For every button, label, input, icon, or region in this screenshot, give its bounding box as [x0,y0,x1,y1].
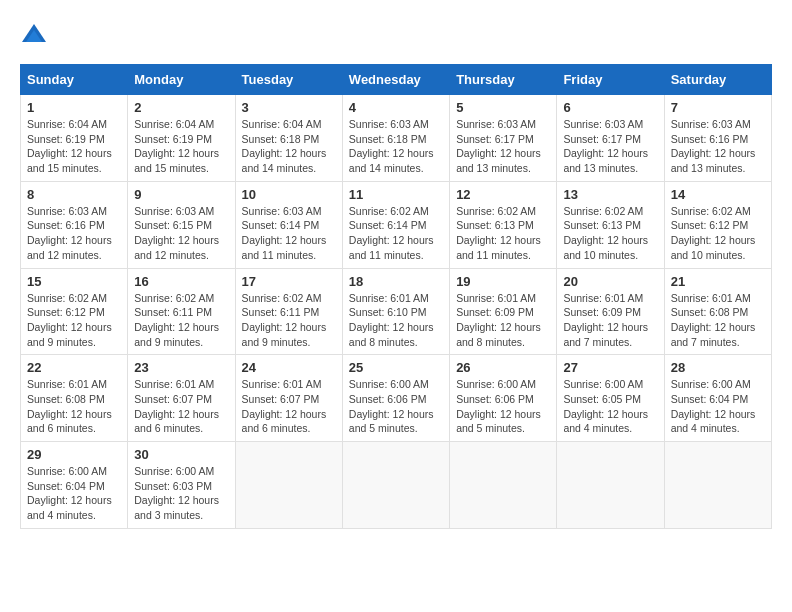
calendar-cell: 20Sunrise: 6:01 AMSunset: 6:09 PMDayligh… [557,268,664,355]
day-info: Sunrise: 6:01 AMSunset: 6:10 PMDaylight:… [349,291,443,350]
day-info: Sunrise: 6:01 AMSunset: 6:08 PMDaylight:… [27,377,121,436]
calendar-cell: 24Sunrise: 6:01 AMSunset: 6:07 PMDayligh… [235,355,342,442]
day-info: Sunrise: 6:03 AMSunset: 6:17 PMDaylight:… [456,117,550,176]
day-info: Sunrise: 6:01 AMSunset: 6:08 PMDaylight:… [671,291,765,350]
calendar-cell: 27Sunrise: 6:00 AMSunset: 6:05 PMDayligh… [557,355,664,442]
day-number: 3 [242,100,336,115]
weekday-header-row: SundayMondayTuesdayWednesdayThursdayFrid… [21,65,772,95]
day-number: 30 [134,447,228,462]
calendar-cell: 7Sunrise: 6:03 AMSunset: 6:16 PMDaylight… [664,95,771,182]
calendar-cell: 17Sunrise: 6:02 AMSunset: 6:11 PMDayligh… [235,268,342,355]
calendar-cell [664,442,771,529]
calendar-cell: 2Sunrise: 6:04 AMSunset: 6:19 PMDaylight… [128,95,235,182]
day-number: 18 [349,274,443,289]
day-info: Sunrise: 6:00 AMSunset: 6:04 PMDaylight:… [671,377,765,436]
day-number: 21 [671,274,765,289]
day-number: 12 [456,187,550,202]
calendar-cell [342,442,449,529]
calendar-cell: 5Sunrise: 6:03 AMSunset: 6:17 PMDaylight… [450,95,557,182]
day-info: Sunrise: 6:01 AMSunset: 6:09 PMDaylight:… [456,291,550,350]
calendar-cell: 19Sunrise: 6:01 AMSunset: 6:09 PMDayligh… [450,268,557,355]
day-info: Sunrise: 6:01 AMSunset: 6:07 PMDaylight:… [242,377,336,436]
calendar-cell: 11Sunrise: 6:02 AMSunset: 6:14 PMDayligh… [342,181,449,268]
weekday-thursday: Thursday [450,65,557,95]
day-number: 28 [671,360,765,375]
day-info: Sunrise: 6:02 AMSunset: 6:11 PMDaylight:… [134,291,228,350]
day-info: Sunrise: 6:02 AMSunset: 6:13 PMDaylight:… [563,204,657,263]
calendar-cell: 18Sunrise: 6:01 AMSunset: 6:10 PMDayligh… [342,268,449,355]
day-info: Sunrise: 6:01 AMSunset: 6:07 PMDaylight:… [134,377,228,436]
day-info: Sunrise: 6:00 AMSunset: 6:06 PMDaylight:… [349,377,443,436]
day-number: 27 [563,360,657,375]
day-number: 13 [563,187,657,202]
calendar-cell: 23Sunrise: 6:01 AMSunset: 6:07 PMDayligh… [128,355,235,442]
day-number: 19 [456,274,550,289]
week-row-5: 29Sunrise: 6:00 AMSunset: 6:04 PMDayligh… [21,442,772,529]
calendar-cell: 21Sunrise: 6:01 AMSunset: 6:08 PMDayligh… [664,268,771,355]
day-info: Sunrise: 6:00 AMSunset: 6:04 PMDaylight:… [27,464,121,523]
day-info: Sunrise: 6:03 AMSunset: 6:16 PMDaylight:… [671,117,765,176]
day-number: 17 [242,274,336,289]
day-number: 6 [563,100,657,115]
calendar-cell: 26Sunrise: 6:00 AMSunset: 6:06 PMDayligh… [450,355,557,442]
calendar: SundayMondayTuesdayWednesdayThursdayFrid… [20,64,772,529]
calendar-cell: 22Sunrise: 6:01 AMSunset: 6:08 PMDayligh… [21,355,128,442]
day-info: Sunrise: 6:03 AMSunset: 6:16 PMDaylight:… [27,204,121,263]
logo-icon [20,20,48,48]
calendar-cell: 29Sunrise: 6:00 AMSunset: 6:04 PMDayligh… [21,442,128,529]
day-info: Sunrise: 6:02 AMSunset: 6:12 PMDaylight:… [27,291,121,350]
calendar-cell: 9Sunrise: 6:03 AMSunset: 6:15 PMDaylight… [128,181,235,268]
calendar-cell: 3Sunrise: 6:04 AMSunset: 6:18 PMDaylight… [235,95,342,182]
calendar-cell [557,442,664,529]
calendar-cell: 12Sunrise: 6:02 AMSunset: 6:13 PMDayligh… [450,181,557,268]
calendar-cell [450,442,557,529]
weekday-monday: Monday [128,65,235,95]
day-number: 8 [27,187,121,202]
day-number: 14 [671,187,765,202]
day-number: 5 [456,100,550,115]
day-number: 20 [563,274,657,289]
day-info: Sunrise: 6:02 AMSunset: 6:14 PMDaylight:… [349,204,443,263]
day-info: Sunrise: 6:04 AMSunset: 6:18 PMDaylight:… [242,117,336,176]
calendar-body: 1Sunrise: 6:04 AMSunset: 6:19 PMDaylight… [21,95,772,529]
calendar-cell: 15Sunrise: 6:02 AMSunset: 6:12 PMDayligh… [21,268,128,355]
day-number: 24 [242,360,336,375]
day-number: 9 [134,187,228,202]
calendar-cell: 28Sunrise: 6:00 AMSunset: 6:04 PMDayligh… [664,355,771,442]
weekday-tuesday: Tuesday [235,65,342,95]
day-number: 26 [456,360,550,375]
week-row-1: 1Sunrise: 6:04 AMSunset: 6:19 PMDaylight… [21,95,772,182]
calendar-cell: 4Sunrise: 6:03 AMSunset: 6:18 PMDaylight… [342,95,449,182]
day-info: Sunrise: 6:04 AMSunset: 6:19 PMDaylight:… [134,117,228,176]
calendar-cell: 30Sunrise: 6:00 AMSunset: 6:03 PMDayligh… [128,442,235,529]
calendar-cell: 6Sunrise: 6:03 AMSunset: 6:17 PMDaylight… [557,95,664,182]
day-info: Sunrise: 6:03 AMSunset: 6:17 PMDaylight:… [563,117,657,176]
day-info: Sunrise: 6:04 AMSunset: 6:19 PMDaylight:… [27,117,121,176]
day-number: 7 [671,100,765,115]
calendar-cell: 25Sunrise: 6:00 AMSunset: 6:06 PMDayligh… [342,355,449,442]
day-number: 15 [27,274,121,289]
day-info: Sunrise: 6:02 AMSunset: 6:11 PMDaylight:… [242,291,336,350]
calendar-cell: 10Sunrise: 6:03 AMSunset: 6:14 PMDayligh… [235,181,342,268]
day-info: Sunrise: 6:02 AMSunset: 6:12 PMDaylight:… [671,204,765,263]
day-number: 10 [242,187,336,202]
calendar-cell [235,442,342,529]
day-info: Sunrise: 6:03 AMSunset: 6:18 PMDaylight:… [349,117,443,176]
day-info: Sunrise: 6:02 AMSunset: 6:13 PMDaylight:… [456,204,550,263]
day-info: Sunrise: 6:01 AMSunset: 6:09 PMDaylight:… [563,291,657,350]
page-header [20,20,772,48]
calendar-cell: 1Sunrise: 6:04 AMSunset: 6:19 PMDaylight… [21,95,128,182]
weekday-sunday: Sunday [21,65,128,95]
week-row-3: 15Sunrise: 6:02 AMSunset: 6:12 PMDayligh… [21,268,772,355]
calendar-cell: 14Sunrise: 6:02 AMSunset: 6:12 PMDayligh… [664,181,771,268]
week-row-2: 8Sunrise: 6:03 AMSunset: 6:16 PMDaylight… [21,181,772,268]
day-number: 29 [27,447,121,462]
day-number: 1 [27,100,121,115]
day-number: 4 [349,100,443,115]
weekday-wednesday: Wednesday [342,65,449,95]
day-info: Sunrise: 6:00 AMSunset: 6:05 PMDaylight:… [563,377,657,436]
day-info: Sunrise: 6:03 AMSunset: 6:15 PMDaylight:… [134,204,228,263]
day-info: Sunrise: 6:03 AMSunset: 6:14 PMDaylight:… [242,204,336,263]
day-number: 25 [349,360,443,375]
day-number: 22 [27,360,121,375]
